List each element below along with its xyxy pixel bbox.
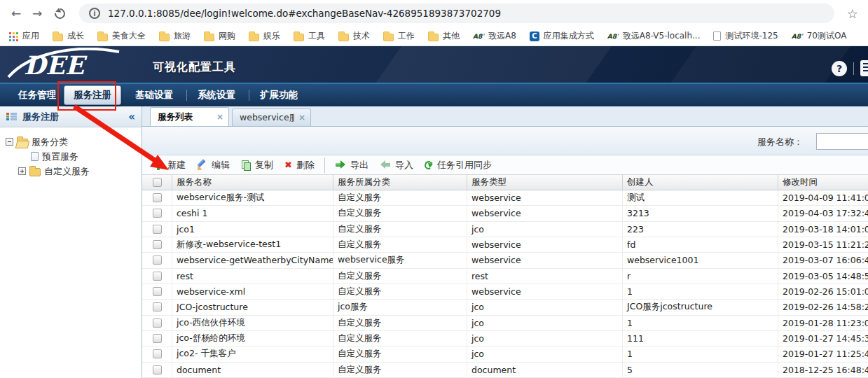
site-info-icon[interactable] (89, 8, 100, 19)
tree-node-preset-service[interactable]: 预置服务 (4, 149, 137, 164)
tab-close-icon[interactable] (216, 112, 223, 122)
help-icon[interactable] (832, 61, 847, 76)
bookmark-item[interactable]: 技术 (338, 30, 370, 42)
bookmark-item[interactable]: 工具 (294, 30, 325, 42)
cell-category: 自定义服务 (333, 316, 467, 330)
bookmark-item[interactable]: 致远A8 (473, 30, 516, 42)
folder-icon (29, 168, 41, 176)
table-row[interactable]: webservice服务-测试 自定义服务 webservice 测试 2019… (142, 190, 868, 206)
table-row[interactable]: jco2- 千集客户 自定义服务 jco 1 2019-01-27 11:25:… (142, 346, 868, 362)
row-checkbox[interactable] (153, 209, 162, 218)
tree-node-label[interactable]: 自定义服务 (44, 165, 90, 178)
toolbar-button[interactable]: 新建 (148, 158, 191, 173)
table-row[interactable]: JCO-jcostructure jco服务 jco JCO服务jcostruc… (142, 300, 868, 315)
table-row[interactable]: 新修改-webservice-test1 自定义服务 webservice fd… (142, 237, 868, 253)
bookmark-item[interactable]: 应用 (8, 30, 39, 42)
row-checkbox[interactable] (153, 225, 162, 234)
table-row[interactable]: jco-舒杨给的环境 自定义服务 jco 111 2019-01-27 14:4… (142, 331, 868, 346)
cell-type: jco (467, 316, 623, 330)
url-text[interactable]: 127.0.0.1:8085/dee/login!welcome.do#exch… (108, 8, 501, 19)
bookmark-item[interactable]: 网购 (204, 30, 235, 42)
nav-item[interactable]: 基础设置 (129, 89, 179, 102)
toolbar-button[interactable]: 删除 (279, 158, 320, 173)
row-checkbox[interactable] (153, 365, 162, 374)
column-header-service-name[interactable]: 服务名称 (172, 175, 333, 190)
tree-node-label[interactable]: 预置服务 (42, 150, 78, 163)
table-row[interactable]: jco1 自定义服务 jco 223 2019-03-18 14:01:01 (142, 222, 868, 237)
cell-type: jco (467, 222, 623, 237)
row-select-cell (142, 222, 172, 237)
row-checkbox[interactable] (153, 193, 162, 202)
back-icon[interactable] (7, 6, 25, 20)
bookmark-item[interactable]: 70测试OA (792, 30, 847, 42)
bookmark-item[interactable]: 美食大全 (97, 30, 146, 42)
row-checkbox[interactable] (153, 240, 162, 249)
bookmark-item[interactable]: 测试环境-125 (713, 30, 778, 42)
tree-node-service-category[interactable]: 服务分类 (4, 134, 137, 149)
cell-service-name: jco-西信伙伴环境 (172, 316, 333, 330)
tab-close-icon[interactable] (298, 113, 305, 122)
column-header-category[interactable]: 服务所属分类 (333, 175, 467, 190)
bookmark-item[interactable]: 工作 (383, 30, 415, 42)
collapse-sidebar-icon[interactable]: « (128, 111, 135, 123)
collapse-node-icon[interactable] (6, 138, 13, 146)
sidebar-title: 服务注册 (22, 111, 123, 123)
table-row[interactable]: jco-西信伙伴环境 自定义服务 jco 1 2019-01-28 11:23:… (142, 316, 868, 331)
address-bar[interactable]: 127.0.0.1:8085/dee/login!welcome.do#exch… (79, 4, 834, 23)
toolbar-button[interactable]: 任务引用同步 (419, 158, 497, 173)
cell-category: jco服务 (333, 300, 467, 314)
bookmark-label: 成长 (67, 30, 84, 42)
toolbar-button[interactable]: 编辑 (191, 158, 235, 173)
bookmark-item[interactable]: 娱乐 (249, 30, 280, 42)
cell-modified: 2019-03-05 14:48:50 (778, 269, 868, 284)
column-header-type[interactable]: 服务类型 (467, 175, 623, 190)
table-row[interactable]: ceshi 1 自定义服务 webservice 3213 2019-04-03… (142, 206, 868, 221)
row-select-cell (142, 206, 172, 220)
bookmark-item[interactable]: 旅游 (159, 30, 191, 42)
bookmark-item[interactable]: 其他 (428, 30, 460, 42)
forward-icon[interactable] (28, 6, 46, 20)
row-checkbox[interactable] (153, 334, 162, 343)
tree-node-label[interactable]: 服务分类 (32, 136, 68, 148)
row-checkbox[interactable] (153, 349, 162, 358)
column-header-modified[interactable]: 修改时间 (778, 175, 868, 190)
table-row[interactable]: webservice-getWeatherbyCityName webservi… (142, 253, 868, 268)
nav-item[interactable]: 扩展功能 (249, 89, 304, 102)
cell-service-name: document (172, 363, 333, 377)
row-checkbox[interactable] (153, 272, 162, 281)
nav-item[interactable]: 系统设置 (186, 89, 242, 102)
tab[interactable]: webservice服务- (232, 108, 311, 126)
bookmark-item[interactable]: 成长 (53, 30, 84, 42)
table-row[interactable]: webservice-xml 自定义服务 webservice 1 2019-0… (142, 284, 868, 300)
bookmark-star-icon[interactable] (847, 6, 858, 21)
toolbar-button[interactable]: 导入 (374, 158, 419, 173)
tab[interactable]: 服务列表 (150, 107, 229, 126)
row-checkbox[interactable] (153, 318, 162, 328)
toolbar-button-label: 复制 (255, 159, 273, 172)
nav-item[interactable]: 服务注册 (64, 85, 121, 105)
row-select-cell (142, 237, 172, 252)
tree-node-custom-service[interactable]: 自定义服务 (4, 164, 137, 178)
row-select-cell (142, 190, 172, 205)
row-checkbox[interactable] (153, 287, 162, 296)
expand-node-icon[interactable] (18, 167, 26, 175)
select-all-checkbox[interactable] (153, 178, 162, 187)
service-name-input[interactable] (816, 133, 868, 150)
list-icon (6, 112, 17, 121)
table-row[interactable]: document 自定义服务 document 5 2018-12-25 16:… (142, 363, 868, 378)
task-list-icon[interactable] (860, 60, 868, 76)
document-icon (31, 152, 39, 161)
toolbar-button[interactable]: 复制 (235, 158, 279, 173)
row-checkbox[interactable] (153, 302, 162, 312)
nav-item[interactable]: 任务管理 (12, 89, 62, 102)
bookmark-item[interactable]: 致远A8-V5-localh... (607, 30, 701, 42)
row-checkbox[interactable] (153, 255, 162, 265)
reload-icon[interactable] (53, 6, 67, 20)
column-header-creator[interactable]: 创建人 (623, 175, 778, 190)
toolbar-button-icon (423, 160, 434, 170)
cell-creator: 3213 (623, 206, 778, 220)
toolbar-button[interactable]: 导出 (324, 158, 374, 173)
bookmark-item[interactable]: 应用集成方式 (530, 30, 594, 42)
sidebar: 服务注册 « 服务分类 预置服务 自定义服务 (0, 106, 142, 378)
table-row[interactable]: rest 自定义服务 rest r 2019-03-05 14:48:50 (142, 269, 868, 284)
